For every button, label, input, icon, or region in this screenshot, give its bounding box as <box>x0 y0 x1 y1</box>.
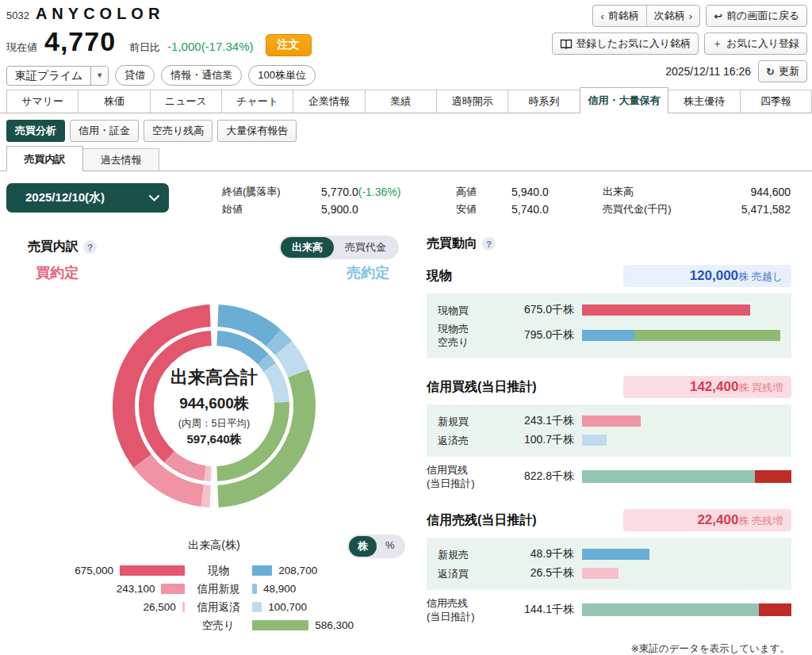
legend-label: 信用返済 <box>185 600 252 615</box>
refresh-button[interactable]: ↻ 更新 <box>758 60 807 82</box>
tab-株価[interactable]: 株価 <box>78 90 150 113</box>
refresh-label: 更新 <box>779 64 799 79</box>
next-stock-button[interactable]: 次銘柄 › <box>646 6 699 26</box>
analysis-pill-bar: 売買分析信用・証金空売り残高大量保有報告 <box>6 120 297 142</box>
stock-tag: 100株単位 <box>248 65 316 86</box>
market-select[interactable]: 東証プライム ▼ <box>6 66 109 86</box>
prev-stock-button[interactable]: ‹ 前銘柄 <box>593 6 645 26</box>
trend-row: 現物売空売り795.0千株 <box>438 320 780 351</box>
legend-sell-bar <box>252 602 262 612</box>
help-icon[interactable]: ? <box>83 240 97 254</box>
trend-bar-segment <box>582 470 755 483</box>
trend-row-value: 100.7千株 <box>511 433 574 447</box>
next-stock-label: 次銘柄 <box>654 9 685 23</box>
trend-row-label: 現物売空売り <box>438 322 511 349</box>
trend-bar <box>582 568 780 579</box>
market-select-value: 東証プライム <box>7 67 90 85</box>
toggle-売買代金[interactable]: 売買代金 <box>334 237 397 258</box>
add-favorite-button[interactable]: ＋ お気に入り登録 <box>704 33 807 55</box>
data-source-footnote: ※東証のデータを表示しています。 <box>427 642 791 655</box>
tab-サマリー[interactable]: サマリー <box>6 90 79 113</box>
trend-bar-segment <box>582 549 649 560</box>
header-left: 5032 ANYCOLOR 現在値 4,770 前日比 -1,000(-17.3… <box>6 5 316 86</box>
pill-大量保有報告[interactable]: 大量保有報告 <box>217 120 297 142</box>
favorites-list-button[interactable]: 登録したお気に入り銘柄 <box>552 33 699 55</box>
trend-subsection: 信用買残(当日推計)142,400株 買残増新規買243.1千株返済売100.7… <box>427 376 791 492</box>
trend-row: 新規買243.1千株 <box>438 412 780 431</box>
help-icon[interactable]: ? <box>482 237 496 251</box>
trend-bar <box>582 330 780 341</box>
subtab-過去情報[interactable]: 過去情報 <box>82 148 159 170</box>
current-price-label: 現在値 <box>6 40 37 55</box>
tab-時系列[interactable]: 時系列 <box>508 90 580 113</box>
trend-bar-segment <box>582 435 607 446</box>
trend-row: 信用売残(当日推計)144.1千株 <box>427 590 791 625</box>
tab-業績[interactable]: 業績 <box>365 90 437 113</box>
legend-sell-bar <box>252 620 308 630</box>
legend-buy-value: 26,500 <box>143 601 175 613</box>
legend-buy-value: 243,100 <box>117 583 155 595</box>
trend-subsection-title: 信用買残(当日推計) <box>427 379 537 396</box>
trend-row: 新規売48.9千株 <box>438 545 780 564</box>
trend-bar-segment <box>582 568 619 579</box>
toggle-出来高[interactable]: 出来高 <box>281 237 334 258</box>
trend-row-value: 795.0千株 <box>511 328 574 343</box>
turnover-label: 売買代金(千円) <box>603 202 672 216</box>
trend-bar-segment <box>755 470 791 483</box>
pill-空売り残高[interactable]: 空売り残高 <box>144 120 213 142</box>
tab-企業情報[interactable]: 企業情報 <box>293 90 365 113</box>
unit-toggle-%[interactable]: % <box>377 536 404 557</box>
tab-ニュース[interactable]: ニュース <box>150 90 222 113</box>
legend-buy-bar <box>120 565 185 576</box>
pill-売買分析[interactable]: 売買分析 <box>6 120 65 142</box>
trend-badge: 120,000株 売越し <box>623 265 791 287</box>
legend-row: 空売り586,300 <box>0 616 420 634</box>
legend-buy-value: 675,000 <box>75 565 113 576</box>
tab-信用・大量保有[interactable]: 信用・大量保有 <box>580 87 669 113</box>
summary-volume-turnover: 出来高 944,600 売買代金(千円) 5,471,582 <box>603 183 791 218</box>
tab-株主優待[interactable]: 株主優待 <box>668 90 740 113</box>
date-select[interactable]: 2025/12/10(水) <box>6 183 169 213</box>
trend-row-value: 822.8千株 <box>511 469 574 484</box>
legend-sell-bar <box>252 584 257 594</box>
trend-row-label: 返済売 <box>438 434 511 447</box>
pill-信用・証金[interactable]: 信用・証金 <box>70 120 139 142</box>
volume-turnover-toggle: 出来高売買代金 <box>279 236 399 259</box>
trend-subsection: 信用売残(当日推計)22,400株 売残増新規売48.9千株返済買26.5千株信… <box>427 509 791 625</box>
change-label: 前日比 <box>129 40 160 55</box>
tab-適時開示[interactable]: 適時開示 <box>436 90 508 113</box>
back-button[interactable]: ↩ 前の画面に戻る <box>706 5 807 27</box>
trend-row: 信用買残(当日推計)822.8千株 <box>427 457 791 492</box>
legend-sell-value: 586,300 <box>315 619 354 631</box>
trend-row-label: 信用売残(当日推計) <box>427 596 511 623</box>
order-button[interactable]: 注文 <box>266 34 312 56</box>
trend-row: 返済売100.7千株 <box>438 431 780 450</box>
trend-panel: 新規売48.9千株返済買26.5千株 <box>427 538 791 590</box>
legend-sell-bar <box>252 565 272 576</box>
subtab-売買内訳[interactable]: 売買内訳 <box>6 146 83 171</box>
trend-badge-suffix: 株 買残増 <box>738 381 783 393</box>
trend-bar-segment <box>759 603 791 616</box>
trend-subsection-title: 信用売残(当日推計) <box>427 512 537 529</box>
trend-row-value: 675.0千株 <box>511 303 574 317</box>
sub-tab-bar: 売買内訳過去情報 <box>0 146 812 171</box>
trend-badge: 22,400株 売残増 <box>623 509 791 531</box>
unit-toggle-株[interactable]: 株 <box>349 536 377 557</box>
tab-四季報[interactable]: 四季報 <box>740 90 812 113</box>
open-value: 5,900.0 <box>321 203 358 216</box>
tab-チャート[interactable]: チャート <box>221 90 293 113</box>
donut-svg <box>111 303 317 509</box>
trend-row-value: 243.1千株 <box>511 414 574 428</box>
high-value: 5,940.0 <box>511 186 549 198</box>
stock-identity: 5032 ANYCOLOR <box>6 5 316 23</box>
add-favorite-label: お気に入り登録 <box>726 36 799 51</box>
trend-section-title: 売買動向 ? <box>427 236 791 252</box>
trend-badge-suffix: 株 売残増 <box>738 515 783 527</box>
change-value: -1,000(-17.34%) <box>167 40 253 53</box>
close-value: 5,770.0(-1.36%) <box>321 186 400 198</box>
trend-bar-segment <box>582 416 641 427</box>
trend-bar <box>582 416 780 427</box>
legend-row: 675,000現物208,700 <box>0 561 420 580</box>
trend-row-value: 144.1千株 <box>511 603 574 617</box>
back-label: 前の画面に戻る <box>726 9 799 23</box>
